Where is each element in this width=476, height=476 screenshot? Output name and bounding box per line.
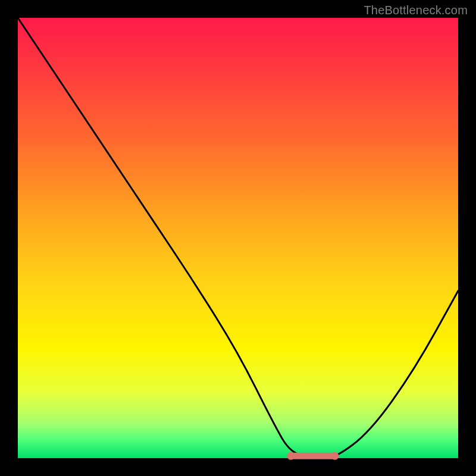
- chart-svg: [18, 18, 458, 458]
- optimal-range-dot-right: [331, 452, 339, 460]
- chart-plot-area: [18, 18, 458, 458]
- watermark-text: TheBottleneck.com: [364, 4, 468, 17]
- optimal-range-dot-left: [287, 452, 295, 460]
- chart-frame: TheBottleneck.com: [0, 0, 476, 476]
- bottleneck-curve-path: [18, 18, 458, 458]
